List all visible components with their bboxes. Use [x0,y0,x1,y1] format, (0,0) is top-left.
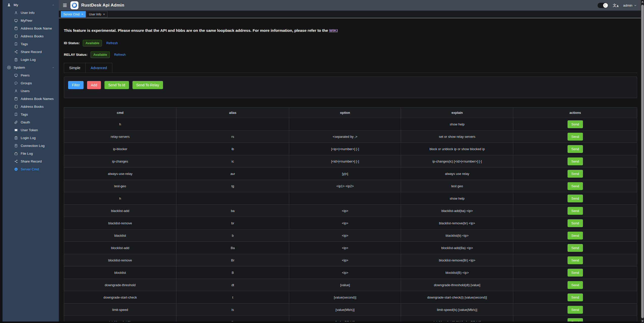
cell-explain: downgrade-threshold(dt) [value] [401,279,513,291]
sidebar-item-address-books[interactable]: Address Books [3,103,59,111]
column-header-explain: explain [401,107,513,118]
scroll-up-arrow-icon[interactable] [641,1,643,3]
send-button[interactable]: Send [568,145,583,153]
tab-advanced[interactable]: Advanced [86,63,112,73]
column-header-alias: alias [176,107,289,118]
mode-tabs: Simple Advanced [64,63,637,73]
send-button[interactable]: Send [568,219,583,227]
bookmark-icon [14,42,18,46]
app-window: MyUser InfoMyPeerAddress Book NameAddres… [0,0,644,323]
sidebar-item-address-book-name[interactable]: Address Book Name [3,24,59,32]
send-button[interactable]: Send [568,157,583,165]
cell-option: <ip> [289,205,401,217]
cell-actions: Send [513,143,637,155]
sidebar-item-label: Address Book Name [21,26,52,30]
cell-actions: Send [513,304,637,316]
user-menu[interactable]: admin [623,4,637,7]
sidebar-item-mypeer[interactable]: MyPeer [3,17,59,24]
sidebar-item-server-cmd[interactable]: Server Cmd [3,165,59,173]
sidebar-item-tags[interactable]: Tags [3,40,59,48]
sidebar-item-login-log[interactable]: Login Log [3,56,59,64]
send-to-relay-button[interactable]: Send To Relay [132,81,163,89]
cell-alias: ib [176,143,289,155]
id-status-refresh-link[interactable]: Refresh [106,41,118,45]
gear-filled-icon [14,167,18,171]
close-tab-icon[interactable]: × [103,13,105,16]
box-icon [14,152,18,155]
sidebar-section-my[interactable]: My [3,1,59,9]
send-to-id-button[interactable]: Send To Id [104,81,129,89]
send-button[interactable]: Send [568,120,583,128]
cell-cmd: downgrade-threshold [64,279,176,291]
sidebar-item-address-books[interactable]: Address Books [3,32,59,40]
filter-button[interactable]: Filter [68,81,84,89]
send-button[interactable]: Send [568,232,583,239]
scrollbar-thumb[interactable] [641,5,644,318]
send-button[interactable]: Send [568,306,583,314]
cell-actions: Send [513,291,637,304]
send-button[interactable]: Send [568,293,583,301]
cell-alias: aur [176,168,289,180]
chat-icon [14,81,18,85]
send-button[interactable]: Send [568,207,583,215]
tab-user-info[interactable]: User Info × [87,11,108,17]
theme-toggle[interactable]: ☾ [598,3,608,8]
sidebar-item-users[interactable]: Users [3,87,59,95]
send-button[interactable]: Send [568,195,583,202]
relay-status-refresh-link[interactable]: Refresh [114,53,126,57]
sidebar-item-user-info[interactable]: User Info [3,9,59,17]
id-status-row: ID Status: Available Refresh [64,40,637,46]
cell-alias: dt [176,279,289,291]
send-button[interactable]: Send [568,182,583,190]
tab-simple[interactable]: Simple [64,63,86,73]
sidebar-item-groups[interactable]: Groups [3,79,59,87]
horizontal-scrollbar[interactable] [0,321,641,323]
sidebar-item-label: Tags [21,42,28,46]
cell-cmd: blocklist [64,266,176,279]
scroll-down-arrow-icon[interactable] [641,320,643,322]
cell-alias: Ba [176,242,289,254]
sidebar-section-system[interactable]: System [3,64,59,71]
sidebar-item-login-log[interactable]: Login Log [3,134,59,142]
sidebar-section-label: System [14,66,25,69]
cell-option: <ip> [289,242,401,254]
cell-alias: b [176,229,289,242]
wiki-link[interactable]: WIKI [329,28,338,33]
tab-label: Server Cmd [63,13,79,16]
sidebar-item-oauth[interactable]: Oauth [3,118,59,126]
cell-explain: blocklist(B) <ip> [401,266,513,279]
tab-advanced-label: Advanced [91,66,107,70]
sidebar-item-label: Server Cmd [21,167,39,171]
send-button[interactable]: Send [568,281,583,289]
send-button[interactable]: Send [568,269,583,277]
sidebar-item-user-token[interactable]: User Token [3,126,59,134]
table-row: blacklist-removebr<ip>blacklist-remove(b… [64,217,637,229]
sidebar-item-connection-log[interactable]: Connection Log [3,142,59,150]
moon-icon: ☾ [603,3,608,8]
sidebar-item-peers[interactable]: Peers [3,71,59,79]
notice-text: This feature is experimental. Please ens… [64,28,329,33]
menu-fold-icon[interactable] [63,3,67,8]
cell-option: <ip> [289,266,401,279]
sidebar-item-share-record[interactable]: Share Record [3,48,59,56]
sidebar-item-share-record[interactable]: Share Record [3,157,59,165]
cell-cmd: blocklist-add [64,242,176,254]
close-tab-icon[interactable]: × [81,13,83,16]
tab-server-cmd[interactable]: Server Cmd × [61,11,86,17]
send-button[interactable]: Send [568,256,583,264]
send-button[interactable]: Send [568,170,583,178]
sidebar-item-tags[interactable]: Tags [3,111,59,118]
command-table-head: cmdaliasoptionexplainactions [64,107,637,118]
send-button[interactable]: Send [568,133,583,141]
translate-icon[interactable]: 文A [613,3,619,8]
send-button[interactable]: Send [568,244,583,252]
cell-explain: show help [401,118,513,130]
add-button[interactable]: Add [87,81,101,89]
cell-option: <ip> [289,217,401,229]
sidebar-item-file-log[interactable]: File Log [3,150,59,157]
user-icon [14,11,18,15]
column-header-option: option [289,107,401,118]
sidebar-item-label: Groups [21,81,32,85]
notebook-icon [14,105,18,109]
sidebar-item-address-book-names[interactable]: Address Book Names [3,95,59,103]
